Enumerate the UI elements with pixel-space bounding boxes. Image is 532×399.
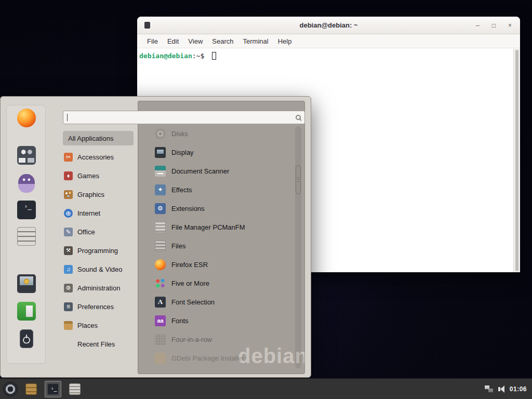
- menu-item-edit[interactable]: Edit: [163, 37, 183, 45]
- app-label: GDebi Package Installer: [171, 354, 244, 362]
- category-accessories[interactable]: Accessories: [59, 148, 138, 166]
- terminal-scrollbar-thumb[interactable]: [515, 50, 518, 271]
- places-icon: [64, 321, 73, 330]
- font-selection-icon: [155, 297, 166, 308]
- file-manager-icon: [17, 227, 36, 246]
- category-places[interactable]: Places: [59, 316, 138, 335]
- app-item-disks[interactable]: Disks: [151, 124, 295, 143]
- lock-screen-button[interactable]: [16, 273, 37, 294]
- minimize-button[interactable]: –: [476, 22, 480, 29]
- category-label: Places: [77, 322, 98, 329]
- desktop[interactable]: debian@debian: ~ – □ × File Edit View Se…: [0, 0, 532, 399]
- app-item-display[interactable]: Display: [151, 143, 295, 162]
- effects-icon: [155, 184, 166, 195]
- shutdown-button[interactable]: [16, 328, 37, 349]
- logout-button[interactable]: [16, 301, 37, 322]
- search-icon: [296, 115, 301, 120]
- category-administration[interactable]: Administration: [59, 278, 138, 297]
- games-icon: [64, 171, 73, 180]
- maximize-button[interactable]: □: [492, 22, 496, 29]
- category-preferences[interactable]: Preferences: [59, 297, 138, 316]
- app-label: File Manager PCManFM: [171, 223, 245, 231]
- app-list-scrollbar[interactable]: [295, 126, 301, 368]
- favorite-firefox-button[interactable]: [16, 108, 37, 128]
- menu-item-view[interactable]: View: [183, 37, 207, 45]
- terminal-icon: [17, 201, 36, 219]
- app-item-firefox-esr[interactable]: Firefox ESR: [151, 255, 295, 274]
- favorite-users-button[interactable]: [16, 145, 37, 166]
- app-item-files[interactable]: Files: [151, 236, 295, 255]
- clock[interactable]: 01:06: [510, 385, 527, 393]
- prompt-user: debian@debian: [139, 52, 192, 60]
- network-icon[interactable]: [485, 385, 493, 392]
- menu-item-search[interactable]: Search: [207, 37, 238, 45]
- menu-item-help[interactable]: Help: [273, 37, 297, 45]
- extensions-icon: [155, 203, 166, 214]
- system-tray: 01:06: [485, 385, 532, 393]
- volume-icon[interactable]: [498, 385, 504, 393]
- app-item-extensions[interactable]: Extensions: [151, 199, 295, 218]
- taskbar-terminal-button[interactable]: [45, 381, 61, 397]
- fonts-icon: [155, 315, 166, 326]
- app-item-four-in-a-row[interactable]: Four-in-a-row: [151, 330, 295, 349]
- window-controls: – □ ×: [476, 17, 512, 34]
- category-programming[interactable]: Programming: [59, 241, 138, 260]
- app-item-gdebi[interactable]: GDebi Package Installer: [151, 349, 295, 367]
- preferences-icon: [64, 302, 73, 311]
- category-games[interactable]: Games: [59, 166, 138, 185]
- app-item-document-scanner[interactable]: Document Scanner: [151, 162, 295, 180]
- four-in-a-row-icon: [155, 334, 166, 345]
- taskbar-file-manager-button[interactable]: [23, 381, 39, 397]
- terminal-title: debian@debian: ~: [137, 17, 520, 34]
- category-label: Graphics: [77, 191, 104, 198]
- favorite-terminal-button[interactable]: [16, 200, 37, 220]
- files-icon: [69, 383, 81, 395]
- category-internet[interactable]: Internet: [59, 204, 138, 222]
- graphics-icon: [64, 190, 73, 199]
- sound-video-icon: [64, 265, 73, 274]
- search-input[interactable]: [68, 111, 296, 124]
- app-label: Document Scanner: [171, 167, 229, 175]
- menu-item-terminal[interactable]: Terminal: [238, 37, 273, 45]
- category-label: Administration: [77, 284, 120, 292]
- close-button[interactable]: ×: [508, 22, 512, 29]
- app-label: Disks: [171, 130, 188, 138]
- category-sound-video[interactable]: Sound & Video: [59, 260, 138, 278]
- category-all-applications[interactable]: All Applications: [63, 131, 134, 145]
- app-item-font-selection[interactable]: Font Selection: [151, 292, 295, 311]
- gdebi-icon: [155, 353, 166, 364]
- app-item-five-or-more[interactable]: Five or More: [151, 274, 295, 292]
- disks-icon: [155, 128, 166, 139]
- category-graphics[interactable]: Graphics: [59, 185, 138, 204]
- volume-speaker-cone: [500, 385, 504, 393]
- programming-icon: [64, 246, 73, 255]
- five-or-more-icon: [155, 278, 166, 289]
- app-item-fonts[interactable]: Fonts: [151, 311, 295, 330]
- app-label: Effects: [171, 186, 192, 194]
- app-label: Extensions: [171, 205, 205, 212]
- app-label: Font Selection: [171, 298, 215, 306]
- category-recent-files[interactable]: Recent Files: [59, 335, 138, 353]
- office-icon: [64, 228, 73, 236]
- menu-item-file[interactable]: File: [142, 37, 163, 45]
- favorite-pidgin-button[interactable]: [16, 173, 37, 194]
- file-manager-icon: [25, 383, 37, 395]
- favorite-file-manager-button[interactable]: [16, 226, 37, 247]
- menu-button[interactable]: [3, 382, 18, 396]
- terminal-scrollbar[interactable]: [513, 49, 520, 272]
- app-item-effects[interactable]: Effects: [151, 180, 295, 199]
- search-box: [63, 111, 305, 124]
- logout-icon: [17, 302, 36, 321]
- app-list-scrollbar-thumb[interactable]: [296, 165, 301, 194]
- administration-icon: [64, 284, 73, 292]
- taskbar-files-button[interactable]: [66, 381, 83, 397]
- terminal-titlebar[interactable]: debian@debian: ~ – □ ×: [137, 17, 520, 34]
- category-label: Programming: [77, 247, 118, 255]
- app-item-file-manager-pcmanfm[interactable]: File Manager PCManFM: [151, 218, 295, 236]
- files-icon: [155, 241, 166, 251]
- app-label: Firefox ESR: [171, 261, 208, 269]
- accessories-icon: [64, 153, 73, 162]
- terminal-menubar: File Edit View Search Terminal Help: [137, 34, 520, 48]
- category-office[interactable]: Office: [59, 222, 138, 241]
- terminal-icon: [47, 383, 59, 395]
